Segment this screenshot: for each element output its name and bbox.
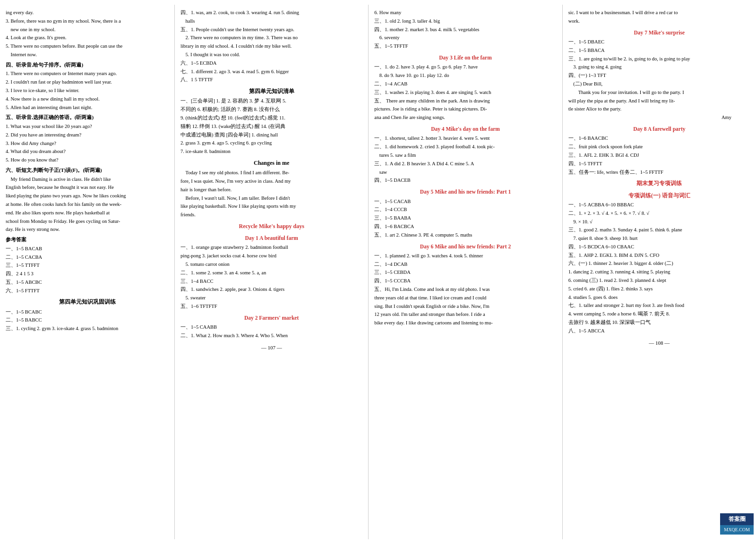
c2-u2: 不同的 6. 积极的; 活跃的 7. 赛跑 8. 没有什么 — [180, 106, 362, 114]
c4-d7l1: 一、1~5 DBAEC — [568, 38, 750, 46]
c3-d6l9: bike every day. I like drawing cartoons … — [374, 319, 556, 327]
c2-p5: like playing basketball. Now I like play… — [180, 203, 362, 211]
c4-l1: sic. I want to be a businessman. I will … — [568, 9, 750, 17]
c3-d6l3: 三、1~5 CEBDA — [374, 269, 556, 277]
c3-l5: 五、1~5 TFFTF — [374, 42, 556, 51]
c2-d2l2: 二、1. What 2. How much 3. Where 4. Who 5.… — [180, 332, 362, 340]
c3-d3l2: 8. do 9. have 10. go 11. play 12. do — [374, 72, 556, 80]
c2-l5: library in my old school. 4. I couldn't … — [180, 42, 362, 51]
c2-p4: Before, I wasn't tall. Now, I am taller.… — [180, 195, 362, 203]
c4-s13: 七、1. taller and stronger 2. hurt my foot… — [568, 302, 750, 310]
c4-s4: 三、1. good 2. maths 3. Sunday 4. paint 5.… — [568, 226, 750, 234]
c4-s9: 1. dancing 2. cutting 3. running 4. sitt… — [568, 268, 750, 276]
c2-recycle: Recycle Mike's happy days — [180, 222, 362, 231]
c1-l12: 1. What was your school like 20 years ag… — [6, 123, 169, 131]
c3-d3l3: 二、1~4 ACAB — [374, 80, 556, 88]
c4-s11: 5. cried 6. ate (四) 1. flies 2. thinks 3… — [568, 285, 750, 293]
c2-p2: fore, I was quiet. Now, I'm very active … — [180, 178, 362, 186]
c2-l6: 5. I thought it was too cold. — [180, 51, 362, 59]
c3-d4l4: 三、1. A did 2. B heavier 3. A Did 4. C mi… — [374, 160, 556, 168]
c1-l7: 1. There were no computers or Internet m… — [6, 70, 169, 78]
c3-d6l6: three years old at that time. I liked ic… — [374, 294, 556, 302]
c2-d1l1: 一、1. orange grape strawberry 2. badminto… — [180, 244, 362, 252]
c3-d4l5: saw — [374, 169, 556, 177]
c4-d7l6: (二) Dear Bill, — [568, 80, 750, 88]
c2-d1l6: 四、1. sandwiches 2. apple, pear 3. Onions… — [180, 286, 362, 294]
c2-l9: 八、1 5 TFTTF — [180, 76, 362, 84]
c2-d1l8: 五、1~6 TFTFTF — [180, 303, 362, 311]
c4-s2: 二、1. × 2. × 3. √ 4. × 5. × 6. × 7. √ 8. … — [568, 210, 750, 218]
c3-l4: 6. seventy — [374, 34, 556, 42]
c2-l8: 七、1. different 2. ago 3. was 4. read 5. … — [180, 68, 362, 76]
c1-l15: 4. What did you dream about? — [6, 148, 169, 156]
c2-d1l3: 5. tomato carrot onion — [180, 261, 362, 269]
c3-d5l3: 三、1~5 BAABA — [374, 214, 556, 222]
c1-l10: 4. Now there is a new dining hall in my … — [6, 95, 169, 103]
c2-u4: 猫豹 12. 绊倒 13. (wake的过去式) 醒 14. (在词典 — [180, 123, 362, 131]
c1-l17: My friend Daming is active in class. He … — [6, 176, 169, 184]
c2-u3: 9. (think的过去式) 想 10. (feel的过去式) 感觉 11. — [180, 114, 362, 122]
c1-l20: at home. He often cooks lunch for his fa… — [6, 201, 169, 209]
c1-l8: 2. I couldn't run fast or play badminton… — [6, 78, 169, 86]
c4-special: 专项训练(一) 语音与词汇 — [568, 191, 750, 200]
c1-a1: 一、1~5 BACAB — [6, 245, 169, 253]
c1-s3: 六、听短文,判断句子正(T)误(F)。(听两遍) — [6, 166, 169, 175]
c1-l19: liked playing the piano two years ago. N… — [6, 192, 169, 200]
c4-d8l5: 五、任务一: life, writes 任务二、1~5 FFTTF — [568, 169, 750, 177]
c4-d7l7: Thank you for your invitation. I will go… — [568, 89, 750, 97]
c2-d1l4: 二、1. some 2. some 3. an 4. some 5. a, an — [180, 269, 362, 277]
c3-d5l4: 四、1~6 BACBCA — [374, 223, 556, 231]
c4-d7l2: 二、1~5 BBACA — [568, 47, 750, 55]
c3-d6l5: 五、Hi, I'm Linda. Come and look at my old… — [374, 286, 556, 294]
c3-l2: 三、1. old 2. long 3. taller 4. big — [374, 17, 556, 26]
c3-d6l7: sing. But I couldn't speak English or ri… — [374, 303, 556, 311]
c3-d5l5: 五、1. art 2. Chinese 3. PE 4. computer 5.… — [374, 231, 556, 239]
c1-s2: 五、听录音,选择正确的答语。(听两遍) — [6, 113, 169, 122]
c2-p1: Today I see my old photos. I find I am d… — [180, 169, 362, 177]
c2-d1l5: 三、1~4 BACC — [180, 278, 362, 286]
c3-d4l6: 四、1~5 DACEB — [374, 177, 556, 185]
c2-u7: 7. ice-skate 8. badminton — [180, 148, 362, 156]
c1-l5: 5. There were no computers before. But p… — [6, 42, 169, 51]
c4-d7l9: tle sister Alice to the party. — [568, 105, 750, 113]
c1-a5: 五、1~5 ABCBC — [6, 279, 169, 287]
c3-d4l3: tures 5. saw a film — [374, 152, 556, 160]
c2-u1: 一、[三会单词] 1. 是 2. 容易的 3. 梦 4. 互联网 5. — [180, 97, 362, 105]
c4-s16: 八、1~5 ABCCA — [568, 327, 750, 335]
c4-d8l2: 二、fruit pink clock spoon fork plate — [568, 143, 750, 151]
c1-l14: 3. How did Amy change? — [6, 140, 169, 148]
c3-d4l1: 一、1. shortest, tallest 2. hotter 3. heav… — [374, 135, 556, 143]
c3-d5l2: 二、1~4 CCCB — [374, 206, 556, 214]
c2-day1: Day 1 A beautiful farm — [180, 234, 362, 242]
c1-l16: 5. How do you know that? — [6, 156, 169, 164]
c1-l9: 3. I love to ice-skate, so I like winter… — [6, 87, 169, 95]
c1-u1: 一、1~5 BCABC — [6, 308, 169, 316]
c4-s1: 一、1~5 ACBBA 6~10 BBBAC — [568, 201, 750, 209]
c2-d1l7: 5. sweater — [180, 294, 362, 302]
c2-l4: 2. There were no computers in my time. 3… — [180, 34, 362, 42]
c4-final: 期末复习专项训练 — [568, 179, 750, 188]
c4-day7: Day 7 Mike's surprise — [568, 28, 750, 37]
c2-p6: friends. — [180, 211, 362, 219]
c1-a6: 六、1~5 FTTFT — [6, 287, 169, 295]
c2-u6: 2. grass 3. gym 4. ago 5. cycling 6. go … — [180, 139, 362, 147]
c1-s1: 四、听录音,给句子排序。(听两遍) — [6, 61, 169, 69]
c2-p3: hair is longer than before. — [180, 186, 362, 194]
c1-l3: new one in my school. — [6, 26, 169, 34]
c1-l11: 5. Allen had an interesting dream last n… — [6, 104, 169, 112]
c3-d6l2: 二、1~4 DCAB — [374, 261, 556, 269]
c3-d6l8: 12 years old. I'm taller and stronger th… — [374, 311, 556, 319]
c1-l18: English before, because he thought it wa… — [6, 184, 169, 192]
c3-d5l1: 一、1~5 CACAB — [374, 198, 556, 206]
c3-d6l1: 一、1. planned 2. will go 3. watches 4. to… — [374, 252, 556, 260]
c2-d1l2: ping-pong 3. jacket socks coat 4. horse … — [180, 252, 362, 260]
c4-s12: 4. studies 5. goes 6. does — [568, 294, 750, 302]
c1-a3: 三、1~5 TTFFT — [6, 262, 169, 270]
c4-d7l4: 3. going to sing 4. going — [568, 63, 750, 71]
c4-d7l8: will play the pipa at the party. And I w… — [568, 97, 750, 105]
column-4: sic. I want to be a businessman. I will … — [563, 5, 756, 539]
c4-s14: 4. went camping 5. rode a horse 6. 喝茶 7.… — [568, 310, 750, 318]
c3-d6l4: 四、1~5 CCCBA — [374, 277, 556, 285]
c2-l2: halls — [180, 17, 362, 26]
c2-l3: 五、1. People couldn't use the Internet tw… — [180, 26, 362, 34]
